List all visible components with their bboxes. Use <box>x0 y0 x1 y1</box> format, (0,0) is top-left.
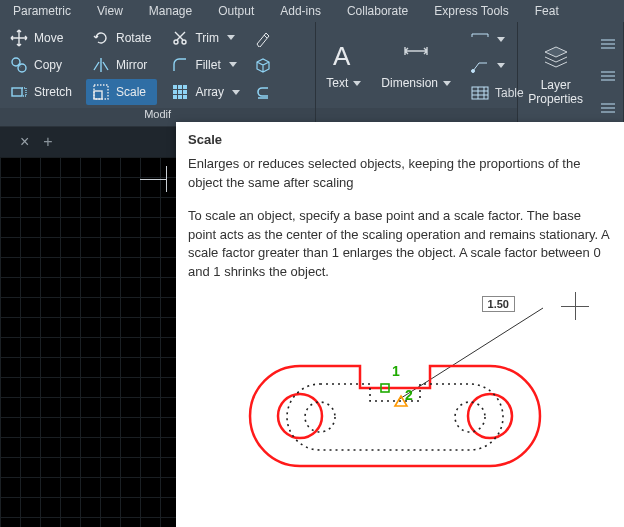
rotate-icon <box>92 29 110 47</box>
dimension-icon <box>400 40 432 72</box>
menu-view[interactable]: View <box>84 0 136 22</box>
dropdown-icon[interactable] <box>229 62 237 67</box>
menu-addins[interactable]: Add-ins <box>267 0 334 22</box>
move-button[interactable]: Move <box>4 25 78 51</box>
tooltip-summary: Enlarges or reduces selected objects, ke… <box>188 155 612 193</box>
menubar: Parametric View Manage Output Add-ins Co… <box>0 0 624 22</box>
layer-properties-label: Properties <box>528 92 583 106</box>
erase-icon[interactable] <box>254 29 272 47</box>
linear-icon <box>469 30 491 48</box>
panel-annotation: A Text Dimension Table <box>316 22 518 126</box>
panel-layers: Layer Properties <box>518 22 624 126</box>
tab-new-icon[interactable]: + <box>43 133 52 151</box>
svg-point-6 <box>182 40 186 44</box>
marker-1: 1 <box>392 363 400 379</box>
menu-manage[interactable]: Manage <box>136 0 205 22</box>
move-icon <box>10 29 28 47</box>
svg-point-1 <box>18 64 26 72</box>
svg-rect-11 <box>178 90 182 94</box>
svg-rect-9 <box>183 85 187 89</box>
layer-lock-icon[interactable] <box>597 99 619 117</box>
fillet-label: Fillet <box>195 58 220 72</box>
copy-icon <box>10 56 28 74</box>
tooltip-title: Scale <box>188 132 612 147</box>
text-button[interactable]: A Text <box>316 22 371 108</box>
menu-feat[interactable]: Feat <box>522 0 572 22</box>
layers-icon <box>540 42 572 74</box>
svg-rect-15 <box>183 95 187 99</box>
tab-close-icon[interactable]: × <box>20 133 29 151</box>
tooltip-illustration: 1.50 1 2 <box>225 296 575 486</box>
svg-rect-8 <box>178 85 182 89</box>
svg-rect-10 <box>173 90 177 94</box>
stretch-icon <box>10 83 28 101</box>
array-icon <box>171 83 189 101</box>
copy-label: Copy <box>34 58 62 72</box>
fillet-icon <box>171 56 189 74</box>
svg-rect-3 <box>94 91 102 99</box>
trim-icon <box>171 29 189 47</box>
scale-button[interactable]: Scale <box>86 79 157 105</box>
svg-rect-4 <box>94 85 108 99</box>
dropdown-icon[interactable] <box>227 35 235 40</box>
scale-value-box: 1.50 <box>482 296 515 312</box>
menu-parametric[interactable]: Parametric <box>0 0 84 22</box>
dropdown-icon[interactable] <box>443 81 451 86</box>
layer-freeze-icon[interactable] <box>597 67 619 85</box>
layer-properties-button[interactable]: Layer Properties <box>518 22 593 126</box>
svg-line-19 <box>398 308 543 400</box>
dropdown-icon[interactable] <box>353 81 361 86</box>
box-icon[interactable] <box>254 56 272 74</box>
menu-collaborate[interactable]: Collaborate <box>334 0 421 22</box>
svg-rect-18 <box>472 87 488 99</box>
text-label: Text <box>326 76 348 90</box>
dimension-label: Dimension <box>381 76 438 90</box>
stretch-label: Stretch <box>34 85 72 99</box>
dropdown-icon[interactable] <box>497 37 505 42</box>
subset-icon[interactable] <box>254 83 272 101</box>
move-label: Move <box>34 31 63 45</box>
menu-express-tools[interactable]: Express Tools <box>421 0 521 22</box>
mirror-button[interactable]: Mirror <box>86 52 157 78</box>
stretch-button[interactable]: Stretch <box>4 79 78 105</box>
layer-label: Layer <box>541 78 571 92</box>
array-button[interactable]: Array <box>165 79 246 105</box>
table-icon <box>469 84 491 102</box>
scale-icon <box>92 83 110 101</box>
scale-tooltip: Scale Enlarges or reduces selected objec… <box>176 122 624 527</box>
svg-rect-2 <box>12 88 22 96</box>
svg-point-20 <box>278 394 322 438</box>
ribbon: Move Copy Stretch Rotate <box>0 22 624 127</box>
scale-diagram: 1 2 <box>225 296 575 486</box>
array-label: Array <box>195 85 224 99</box>
rotate-button[interactable]: Rotate <box>86 25 157 51</box>
trim-label: Trim <box>195 31 219 45</box>
rotate-label: Rotate <box>116 31 151 45</box>
panel-modify: Move Copy Stretch Rotate <box>0 22 316 126</box>
svg-rect-14 <box>178 95 182 99</box>
scale-label: Scale <box>116 85 146 99</box>
menu-output[interactable]: Output <box>205 0 267 22</box>
svg-point-5 <box>174 40 178 44</box>
svg-rect-7 <box>173 85 177 89</box>
layer-state-icon[interactable] <box>597 35 619 53</box>
mirror-icon <box>92 56 110 74</box>
svg-text:A: A <box>333 41 351 71</box>
dropdown-icon[interactable] <box>232 90 240 95</box>
svg-rect-12 <box>183 90 187 94</box>
mirror-label: Mirror <box>116 58 147 72</box>
svg-point-17 <box>472 69 475 72</box>
svg-rect-13 <box>173 95 177 99</box>
copy-button[interactable]: Copy <box>4 52 78 78</box>
trim-button[interactable]: Trim <box>165 25 246 51</box>
dimension-button[interactable]: Dimension <box>371 22 461 108</box>
tooltip-detail: To scale an object, specify a base point… <box>188 207 612 282</box>
dropdown-icon[interactable] <box>497 63 505 68</box>
fillet-button[interactable]: Fillet <box>165 52 246 78</box>
text-icon: A <box>328 40 360 72</box>
leader-icon <box>469 57 491 75</box>
marker-2: 2 <box>405 387 413 403</box>
